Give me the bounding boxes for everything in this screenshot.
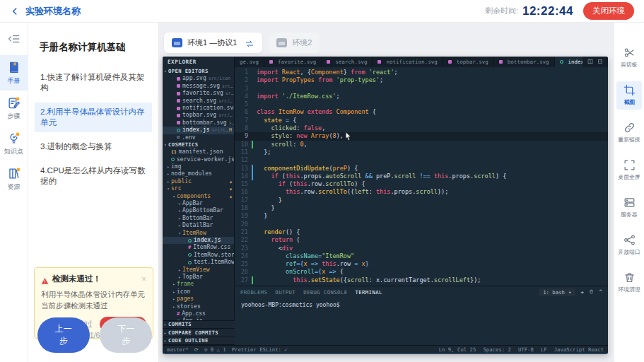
tool-item-clipboard[interactable]: 剪切板 — [616, 44, 642, 72]
tree-item[interactable]: ▸DetailBar — [163, 222, 234, 229]
env-tab-1[interactable]: 环境1 —协议1 — [164, 33, 262, 53]
tree-item[interactable]: ▾ItemRow — [163, 230, 234, 237]
tree-item[interactable]: favorite.svgsrc/icon — [163, 90, 234, 97]
tree-item[interactable]: ▸stories — [163, 303, 234, 310]
tree-item[interactable]: ▸public● — [163, 178, 234, 185]
editor-tab[interactable]: notification.svg — [373, 57, 443, 67]
status-item[interactable]: ⟳ — [194, 346, 199, 353]
more-actions-icon[interactable] — [597, 59, 603, 66]
full-icon — [623, 159, 636, 171]
back-icon[interactable] — [10, 6, 20, 16]
line-number: 9 — [235, 132, 252, 140]
tree-item[interactable]: ▸frame — [163, 281, 234, 288]
next-step-button[interactable]: 下一步 — [100, 317, 152, 353]
close-icon[interactable]: × — [141, 275, 146, 284]
tree-item[interactable]: ItemRow.stories.js — [163, 252, 234, 259]
status-item[interactable]: Spaces: 2 — [483, 346, 511, 353]
code-token — [257, 236, 271, 244]
tree-item[interactable]: ▸pages — [163, 296, 234, 303]
prev-step-button[interactable]: 上一步 — [37, 317, 90, 353]
tree-item[interactable]: search.svgsrc/icon — [163, 98, 234, 105]
tool-item-fullscreen[interactable]: 桌面全屏 — [616, 156, 642, 185]
manual-step-item[interactable]: 1.快速了解计算机硬件及其架构 — [35, 68, 152, 98]
tree-item[interactable]: service-worker.js — [163, 156, 234, 163]
terminal-tab-output[interactable]: OUTPUT — [275, 289, 295, 296]
collapse-sidebar-icon[interactable] — [8, 33, 21, 42]
tree-item[interactable]: index.js — [163, 237, 234, 244]
editor-status-bar: master*⟳⊘ 0 △ 1Prettier ESLint: ✓ Ln 9, … — [163, 345, 608, 353]
code-line: 19 } — [235, 212, 608, 220]
split-editor-icon[interactable] — [587, 59, 593, 66]
tree-item[interactable]: #ItemRow.css — [163, 244, 234, 251]
editor-tab[interactable]: bottombar.svg — [494, 57, 555, 67]
sidebar-item-manual[interactable]: 手册 — [0, 55, 28, 90]
terminal-tab-terminal[interactable]: TERMINAL — [355, 289, 382, 296]
tree-item[interactable]: test.ItemRow.js — [163, 259, 234, 266]
explorer-section-header[interactable]: ▾COSMETICS — [163, 141, 234, 148]
shell-selector[interactable]: 1: bash▾ — [539, 288, 575, 296]
editor-tab[interactable]: index.js...ItemRow× — [555, 57, 582, 67]
status-item[interactable]: LF — [541, 346, 547, 353]
terminal-tab-debug-console[interactable]: DEBUG CONSOLE — [303, 289, 347, 296]
status-item[interactable]: master* — [167, 346, 189, 353]
line-number: 19 — [235, 212, 252, 220]
sidebar-item-resources[interactable]: 资源 — [0, 161, 28, 197]
editor-tab[interactable]: topbar.svg — [443, 57, 494, 67]
tree-item[interactable]: app.svgsrc/icon — [163, 75, 234, 82]
manual-step-item[interactable]: 4.CPU是怎么样从内存读写数据的 — [35, 161, 152, 191]
tree-item[interactable]: notification.svgsrc/icon — [163, 105, 234, 112]
tree-item[interactable]: ▸AppBottomBar — [163, 207, 234, 214]
tree-item[interactable]: ▸ItemView — [163, 267, 234, 274]
explorer-section-commits[interactable]: ▸COMMITS — [163, 321, 235, 329]
editor-tab[interactable]: favorite.svg — [264, 57, 322, 67]
maximize-panel-icon[interactable]: ^ — [599, 289, 602, 296]
status-item[interactable]: JavaScript React — [554, 346, 604, 353]
terminal-tab-problems[interactable]: PROBLEMS — [240, 289, 267, 296]
status-item[interactable]: Prettier ESLint: ✓ — [232, 346, 288, 353]
terminal-prompt[interactable]: yoohoos-MBP:cosmetics yoohoo$ — [235, 298, 608, 313]
tree-item[interactable]: topbar.svgsrc/frame — [163, 112, 234, 119]
status-item[interactable]: Ln 9, Col 25 — [439, 346, 476, 353]
tree-item[interactable]: ▸img — [163, 163, 234, 170]
tool-item-screenshot[interactable]: 截图 — [616, 81, 642, 110]
tree-item[interactable]: ▸TopBar — [163, 274, 234, 281]
chevron-right-icon: ▸ — [171, 281, 177, 288]
tool-item-server[interactable]: 服务器 — [616, 194, 642, 222]
tree-item[interactable]: #App.css — [163, 310, 234, 317]
terminal-tab-bar: PROBLEMSOUTPUTDEBUG CONSOLETERMINAL1: ba… — [235, 286, 608, 298]
tree-item[interactable]: index.jssrc/components..M — [163, 127, 234, 134]
close-environment-button[interactable]: 关闭环境 — [583, 2, 634, 20]
tree-item[interactable]: ▸BottomBar — [163, 215, 234, 222]
code-line: 11 }; — [235, 148, 608, 156]
tree-item[interactable]: ▸node_modules — [163, 170, 234, 177]
sidebar-item-knowledge[interactable]: 知识点 — [0, 126, 28, 161]
kill-terminal-icon[interactable] — [589, 289, 594, 296]
tool-item-cleanup[interactable]: 环境清理 — [616, 269, 642, 297]
explorer-header[interactable]: EXPLORER — [163, 57, 235, 67]
code-token: extends — [304, 108, 336, 116]
editor-tab[interactable]: search.svg — [322, 57, 373, 67]
status-item[interactable]: ⊘ 0 △ 1 — [204, 346, 226, 353]
sidebar-item-steps[interactable]: 步骤 — [0, 90, 28, 126]
swap-connection-icon[interactable] — [245, 39, 254, 47]
tree-item[interactable]: ▾src● — [163, 185, 234, 192]
tree-item[interactable]: {}manifest.json — [163, 148, 234, 156]
tree-item[interactable]: ▸icon — [163, 288, 234, 296]
tree-item-label: index.js — [194, 237, 221, 244]
tree-item[interactable]: ⚙.env — [163, 134, 234, 141]
editor-tab[interactable]: ge.svg — [235, 57, 264, 67]
manual-step-item[interactable]: 3.进制的概念与换算 — [35, 137, 152, 156]
tool-item-ports[interactable]: 开放端口 — [616, 231, 642, 259]
status-item[interactable]: UTF-8 — [518, 346, 534, 353]
tree-item[interactable]: ▸AppBar — [163, 200, 234, 207]
explorer-section-compare-commits[interactable]: ▸COMPARE COMMITS — [163, 329, 235, 337]
explorer-section-header[interactable]: ▾OPEN EDITORS — [163, 68, 234, 75]
env-tab-2[interactable]: 环境2 — [269, 33, 320, 53]
tool-item-relink[interactable]: 重新链接 — [616, 119, 642, 147]
tree-item[interactable]: bottombar.svgsrc/frame — [163, 119, 234, 127]
tree-item[interactable]: message.svgsrc/icon — [163, 83, 234, 90]
manual-step-item[interactable]: 2.利用半导体晶体管设计内存单元 — [35, 103, 152, 132]
explorer-section-code-outline[interactable]: ▸CODE OUTLINE — [163, 337, 235, 346]
new-terminal-icon[interactable]: + — [580, 289, 584, 296]
tree-item[interactable]: ▾components● — [163, 193, 234, 200]
